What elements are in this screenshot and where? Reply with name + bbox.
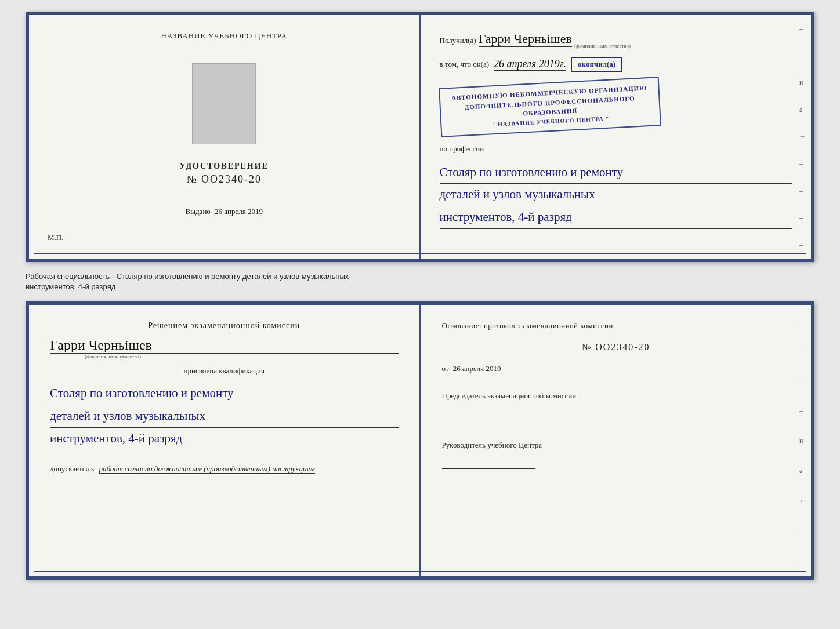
vydano-label: Выдано xyxy=(186,207,211,216)
b-side-mark-3: – xyxy=(799,376,806,385)
rukovoditel-signature-line xyxy=(442,455,535,469)
poluchil-prefix: Получил(а) xyxy=(440,36,476,45)
predsedatel-label: Председатель экзаменационной комиссии xyxy=(442,391,791,401)
ot-prefix: от xyxy=(442,364,449,373)
vydano-date: 26 апреля 2019 xyxy=(215,207,263,216)
qual-line1: Столяр по изготовлению и ремонту xyxy=(50,383,399,405)
rukovoditel-block: Руководитель учебного Центра xyxy=(442,440,791,469)
udostoverenie-block: УДОСТОВЕРЕНИЕ № OO2340-20 xyxy=(180,162,269,186)
vtom-prefix: в том, что он(а) xyxy=(440,60,490,69)
udostoverenie-label: УДОСТОВЕРЕНИЕ xyxy=(180,162,269,171)
vtom-date: 26 апреля 2019г. xyxy=(494,58,566,71)
b-side-mark-kl: ← xyxy=(799,497,806,506)
b-side-mark-6: – xyxy=(799,557,806,566)
poluchil-line: Получил(а) Гарри Черньішев (фамилия, имя… xyxy=(440,31,793,49)
side-mark-a: а xyxy=(799,106,806,114)
top-diploma: НАЗВАНИЕ УЧЕБНОГО ЦЕНТРА УДОСТОВЕРЕНИЕ №… xyxy=(26,12,814,262)
bottom-left-panel: Решением экзаменационной комиссии Гарри … xyxy=(29,305,421,576)
bottom-recipient-name: Гарри Черньішев xyxy=(50,337,399,354)
side-mark-6: – xyxy=(799,241,806,249)
bottom-name-block: Гарри Черньішев (фамилия, имя, отчество) xyxy=(50,337,399,359)
qual-line3: инструментов, 4-й разряд xyxy=(50,428,399,450)
vtom-line: в том, что он(а) 26 апреля 2019г. окончи… xyxy=(440,57,793,72)
diploma-left-panel: НАЗВАНИЕ УЧЕБНОГО ЦЕНТРА УДОСТОВЕРЕНИЕ №… xyxy=(29,15,421,259)
subtitle-text1: Рабочая специальность - Столяр по изгото… xyxy=(26,272,349,281)
predsedatel-block: Председатель экзаменационной комиссии xyxy=(442,391,791,420)
profession-block: Столяр по изготовлению и ремонту деталей… xyxy=(440,162,793,229)
b-side-mark-2: – xyxy=(799,346,806,355)
protocol-number: № OO2340-20 xyxy=(442,342,791,352)
side-mark-i: и xyxy=(799,78,806,87)
profession-line3: инструментов, 4-й разряд xyxy=(440,206,793,229)
mp-label: М.П. xyxy=(48,233,63,242)
prisvoyena-label: присвоена квалификация xyxy=(50,366,399,376)
side-mark-2: – xyxy=(799,51,806,60)
subtitle-section: Рабочая специальность - Столяр по изгото… xyxy=(26,271,814,292)
side-mark-1: – xyxy=(799,24,806,33)
vydano-line: Выдано 26 апреля 2019 xyxy=(186,207,263,216)
stamp-block: АВТОНОМНУЮ НЕКОММЕРЧЕСКУЮ ОРГАНИЗАЦИЮ ДО… xyxy=(439,77,661,137)
stamp-area: АВТОНОМНУЮ НЕКОММЕРЧЕСКУЮ ОРГАНИЗАЦИЮ ДО… xyxy=(440,80,793,134)
ot-date: 26 апреля 2019 xyxy=(453,364,501,373)
bottom-qualification-block: Столяр по изготовлению и ремонту деталей… xyxy=(50,383,399,450)
top-diploma-center-title: НАЗВАНИЕ УЧЕБНОГО ЦЕНТРА xyxy=(161,31,287,41)
side-mark-5: – xyxy=(799,213,806,222)
photo-placeholder xyxy=(192,63,256,144)
side-mark-3: – xyxy=(799,159,806,168)
bottom-right-panel: Основание: протокол экзаменационной коми… xyxy=(421,305,812,576)
side-decorations: – – и а ← – – – – xyxy=(799,15,806,259)
qual-line2: деталей и узлов музыкальных xyxy=(50,405,399,428)
b-side-mark-i: и xyxy=(799,437,806,445)
resheniem-title: Решением экзаменационной комиссии xyxy=(50,321,399,330)
side-mark-4: – xyxy=(799,187,806,195)
profession-line2: деталей и узлов музыкальных xyxy=(440,184,793,206)
subtitle-text2: инструментов, 4-й разряд xyxy=(26,282,115,291)
profession-line1: Столяр по изготовлению и ремонту xyxy=(440,162,793,184)
dopuskaetsya-block: допускается к работе согласно должностны… xyxy=(50,464,399,474)
side-mark-kl: ← xyxy=(799,132,806,141)
bottom-fio-label: (фамилия, имя, отчество) xyxy=(85,354,141,359)
dopuskaetsya-content: работе согласно должностным (производств… xyxy=(99,464,314,474)
diploma-right-panel: Получил(а) Гарри Черньішев (фамилия, имя… xyxy=(421,15,812,259)
po-professii-label: по профессии xyxy=(440,144,793,154)
dopuskaetsya-prefix: допускается к xyxy=(50,464,95,473)
bottom-side-decorations: – – – – и а ← – – xyxy=(799,305,806,576)
fio-label-top: (фамилия, имя, отчество) xyxy=(574,43,631,49)
osnovanie-label: Основание: протокол экзаменационной коми… xyxy=(442,321,791,330)
b-side-mark-5: – xyxy=(799,527,806,536)
b-side-mark-4: – xyxy=(799,406,806,415)
okonchil-label: окончил(а) xyxy=(571,57,622,72)
predsedatel-signature-line xyxy=(442,406,535,420)
b-side-mark-a: а xyxy=(799,467,806,475)
bottom-diploma: Решением экзаменационной комиссии Гарри … xyxy=(26,301,814,580)
rukovoditel-label: Руководитель учебного Центра xyxy=(442,440,791,450)
b-side-mark-1: – xyxy=(799,316,806,325)
recipient-name: Гарри Черньішев xyxy=(479,31,572,47)
udostoverenie-number: № OO2340-20 xyxy=(180,173,269,186)
ot-line: от 26 апреля 2019 xyxy=(442,364,791,373)
